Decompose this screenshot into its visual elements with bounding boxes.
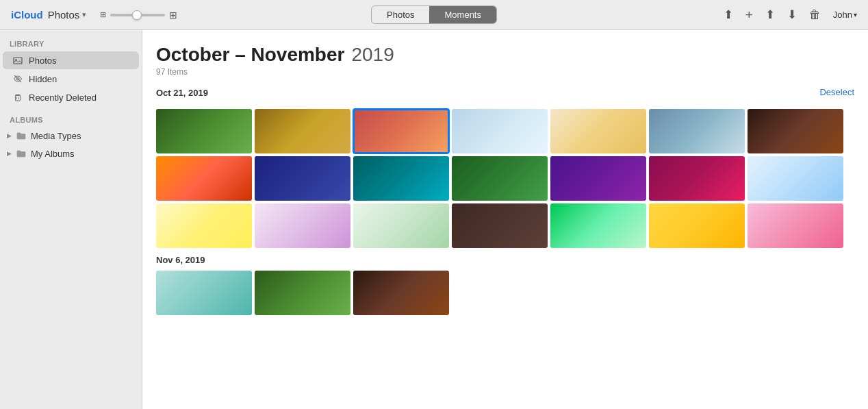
download-icon[interactable]: ⬇ bbox=[787, 8, 797, 22]
expand-icon-my-albums: ▶ bbox=[7, 150, 12, 157]
photo-thumb[interactable] bbox=[255, 109, 350, 153]
photo-thumb[interactable] bbox=[748, 156, 843, 201]
my-albums-folder-icon bbox=[16, 148, 27, 159]
deselect-button[interactable]: Deselect bbox=[819, 87, 854, 97]
logo-chevron: ▾ bbox=[82, 10, 86, 19]
photo-thumb[interactable] bbox=[156, 271, 252, 315]
share-icon[interactable]: ⬆ bbox=[765, 8, 775, 22]
topbar: iCloud Photos ▾ ⊞ ⊞ Photos Moments ⬆ + ⬆… bbox=[0, 0, 868, 30]
photo-thumb[interactable] bbox=[156, 203, 252, 248]
content-header: October – November 2019 97 Items bbox=[156, 44, 854, 77]
sidebar-hidden-label: Hidden bbox=[29, 74, 57, 84]
svg-rect-0 bbox=[14, 58, 22, 64]
photo-thumb[interactable] bbox=[452, 203, 548, 248]
library-section-label: Library bbox=[0, 37, 142, 51]
sidebar-item-photos[interactable]: Photos bbox=[3, 51, 139, 69]
grid-large-icon: ⊞ bbox=[169, 10, 177, 21]
sidebar-group-my-albums[interactable]: ▶ My Albums bbox=[0, 145, 142, 162]
sidebar-recently-deleted-label: Recently Deleted bbox=[29, 92, 97, 103]
zoom-slider-container[interactable]: ⊞ ⊞ bbox=[100, 10, 177, 21]
add-icon[interactable]: + bbox=[745, 8, 753, 23]
date-section-header-oct21: Oct 21, 2019 Deselect bbox=[156, 81, 854, 103]
photo-thumb[interactable] bbox=[353, 156, 449, 201]
view-tabs: Photos Moments bbox=[371, 5, 497, 24]
user-chevron: ▾ bbox=[854, 11, 857, 18]
sidebar-item-hidden[interactable]: Hidden bbox=[3, 70, 139, 88]
photo-thumb[interactable] bbox=[748, 203, 843, 248]
photos-icon bbox=[12, 55, 23, 66]
photo-thumb[interactable] bbox=[353, 271, 449, 315]
date-label-nov6: Nov 6, 2019 bbox=[156, 255, 854, 265]
photo-thumb[interactable] bbox=[452, 156, 548, 201]
recently-deleted-icon bbox=[12, 92, 23, 103]
sidebar-photos-label: Photos bbox=[29, 55, 56, 66]
photo-grid-nov6 bbox=[156, 271, 854, 315]
albums-section-label: Albums bbox=[0, 113, 142, 127]
grid-small-icon: ⊞ bbox=[100, 10, 106, 19]
photo-thumb[interactable] bbox=[550, 109, 646, 153]
photo-thumb[interactable] bbox=[353, 203, 449, 248]
tab-moments[interactable]: Moments bbox=[430, 6, 496, 23]
photo-thumb[interactable] bbox=[255, 156, 350, 201]
photos-logo-text: Photos bbox=[48, 9, 80, 21]
title-year: 2019 bbox=[351, 44, 394, 66]
sidebar: Library Photos Hidden bbox=[0, 30, 142, 409]
my-albums-label: My Albums bbox=[31, 149, 75, 159]
photo-grid-oct21 bbox=[156, 109, 854, 248]
main-layout: Library Photos Hidden bbox=[0, 30, 868, 409]
item-count: 97 Items bbox=[156, 67, 854, 77]
expand-icon-media-types: ▶ bbox=[7, 132, 12, 139]
date-label-oct21: Oct 21, 2019 bbox=[156, 88, 208, 98]
user-name: John bbox=[833, 10, 852, 20]
media-types-label: Media Types bbox=[31, 131, 81, 141]
content-area: October – November 2019 97 Items Oct 21,… bbox=[142, 30, 868, 409]
slider-track[interactable] bbox=[110, 14, 165, 16]
user-menu[interactable]: John ▾ bbox=[833, 10, 857, 20]
photo-thumb[interactable] bbox=[156, 109, 252, 153]
hidden-icon bbox=[12, 73, 23, 84]
icloud-text: iCloud bbox=[11, 9, 43, 21]
svg-rect-4 bbox=[16, 96, 21, 101]
app-logo[interactable]: iCloud Photos ▾ bbox=[11, 9, 86, 21]
tab-photos[interactable]: Photos bbox=[372, 6, 429, 23]
upload-icon[interactable]: ⬆ bbox=[724, 8, 733, 22]
content-title: October – November 2019 bbox=[156, 44, 854, 66]
photo-thumb[interactable] bbox=[748, 109, 843, 153]
date-section-nov6: Nov 6, 2019 bbox=[156, 255, 854, 315]
title-text: October – November bbox=[156, 44, 344, 66]
topbar-actions: ⬆ + ⬆ ⬇ 🗑 John ▾ bbox=[724, 8, 857, 23]
photo-thumb[interactable] bbox=[255, 271, 350, 315]
delete-icon[interactable]: 🗑 bbox=[809, 8, 821, 22]
photo-thumb[interactable] bbox=[353, 109, 449, 153]
photo-thumb[interactable] bbox=[649, 156, 745, 201]
sidebar-group-media-types[interactable]: ▶ Media Types bbox=[0, 127, 142, 145]
photo-thumb[interactable] bbox=[255, 203, 350, 248]
photo-thumb[interactable] bbox=[156, 156, 252, 201]
sidebar-item-recently-deleted[interactable]: Recently Deleted bbox=[3, 88, 139, 106]
slider-thumb[interactable] bbox=[132, 10, 142, 20]
photo-thumb[interactable] bbox=[452, 109, 548, 153]
photo-thumb[interactable] bbox=[550, 156, 646, 201]
photo-thumb[interactable] bbox=[649, 109, 745, 153]
photo-thumb[interactable] bbox=[649, 203, 745, 248]
date-section-oct21: Oct 21, 2019 Deselect bbox=[156, 81, 854, 248]
photo-thumb[interactable] bbox=[550, 203, 646, 248]
media-types-folder-icon bbox=[16, 130, 27, 141]
